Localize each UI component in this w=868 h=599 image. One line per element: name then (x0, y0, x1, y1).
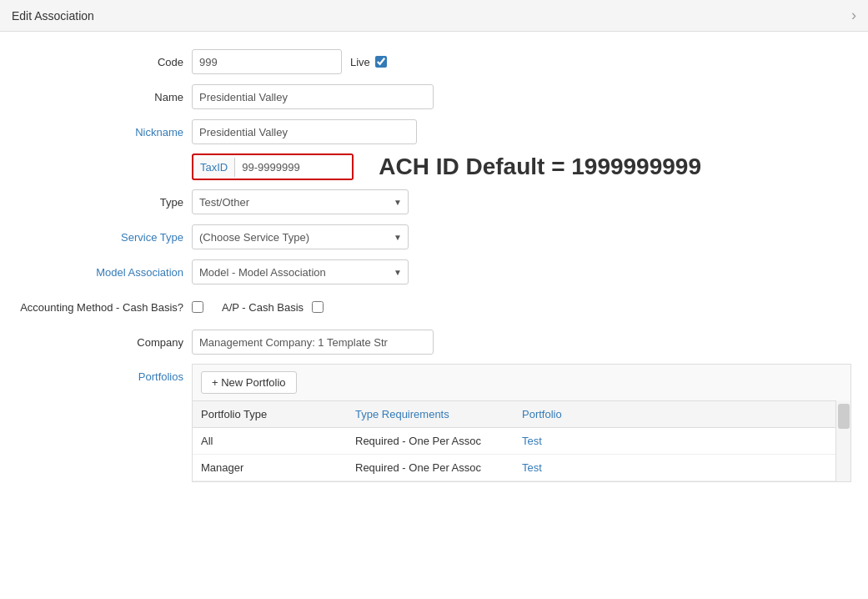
cell-portfolio-type: Manager (193, 455, 347, 481)
model-association-select-wrapper: Model - Model Association (192, 259, 409, 284)
table-row: Manager Required - One Per Assoc Test (193, 455, 835, 481)
scrollbar-track[interactable] (836, 400, 850, 481)
new-portfolio-label: + New Portfolio (212, 376, 286, 389)
ap-checkbox[interactable] (312, 301, 324, 313)
model-association-label: Model Association (0, 266, 192, 279)
cell-portfolio[interactable]: Test (514, 455, 760, 481)
col-header-portfolio-type: Portfolio Type (193, 401, 347, 428)
col-header-portfolio: Portfolio (514, 401, 760, 428)
portfolio-table: Portfolio Type Type Requirements Portfol… (193, 400, 835, 481)
cell-portfolio[interactable]: Test (514, 428, 760, 455)
type-label: Type (0, 196, 192, 209)
accounting-checkbox[interactable] (192, 301, 203, 313)
name-label: Name (0, 91, 192, 103)
live-checkbox[interactable] (375, 56, 387, 68)
nickname-label: Nickname (0, 126, 192, 138)
type-select-wrapper: Test/Other Standard (192, 189, 409, 214)
accounting-label: Accounting Method - Cash Basis? (0, 301, 192, 314)
portfolios-panel: + New Portfolio Portfolio Type Type Requ… (192, 364, 851, 482)
new-portfolio-button[interactable]: + New Portfolio (201, 371, 297, 394)
live-label: Live (350, 56, 370, 68)
page-title: Edit Association (12, 9, 94, 23)
scrollbar-thumb[interactable] (838, 404, 850, 429)
ap-label: A/P - Cash Basis (222, 301, 304, 314)
service-type-select-wrapper: (Choose Service Type) Full Service Self … (192, 224, 409, 249)
cell-actions (760, 455, 835, 481)
cell-actions (760, 428, 835, 455)
service-type-select[interactable]: (Choose Service Type) Full Service Self … (192, 224, 409, 249)
table-row: All Required - One Per Assoc Test (193, 428, 835, 455)
code-input[interactable] (192, 49, 342, 74)
cell-portfolio-type: All (193, 428, 347, 455)
company-input[interactable] (192, 330, 434, 355)
nickname-input[interactable] (192, 119, 417, 144)
col-header-actions (760, 401, 835, 428)
portfolios-label: Portfolios (0, 364, 192, 383)
service-type-label: Service Type (0, 231, 192, 244)
taxid-input[interactable] (235, 155, 352, 179)
cell-type-requirements: Required - One Per Assoc (347, 428, 514, 455)
taxid-field-wrapper: TaxID (192, 154, 354, 180)
ach-id-text: ACH ID Default = 1999999999 (379, 154, 701, 180)
scrollbar-column[interactable] (835, 400, 850, 481)
portfolios-toolbar: + New Portfolio (193, 365, 850, 400)
name-input[interactable] (192, 84, 434, 109)
type-select[interactable]: Test/Other Standard (192, 189, 409, 214)
col-header-type-requirements: Type Requirements (347, 401, 514, 428)
taxid-label: TaxID (193, 158, 235, 177)
model-association-select[interactable]: Model - Model Association (192, 259, 409, 284)
cell-type-requirements: Required - One Per Assoc (347, 455, 514, 481)
code-label: Code (0, 56, 192, 68)
collapse-icon[interactable]: › (851, 7, 856, 24)
company-label: Company (0, 336, 192, 349)
